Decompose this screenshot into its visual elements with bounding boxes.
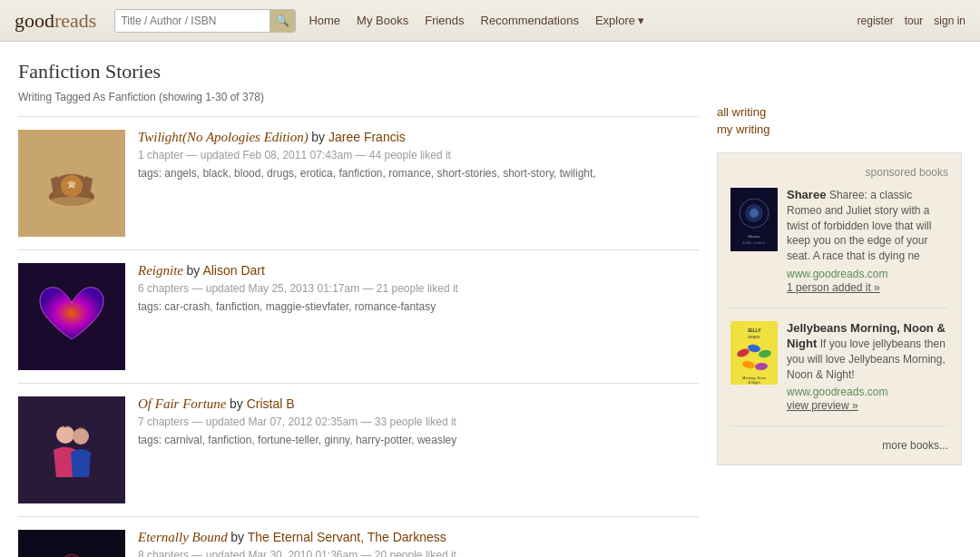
my-writing-link[interactable]: my writing <box>717 122 962 136</box>
explore-label: Explore <box>595 14 635 27</box>
sponsored-label: sponsored books <box>730 166 948 179</box>
story-meta-reignite: 6 chapters — updated May 25, 2013 01:17a… <box>138 282 699 295</box>
story-tags-twilight: tags: angels, black, blood, drugs, eroti… <box>138 167 699 180</box>
story-info-eternal: Eternally Bound by The Eternal Servant, … <box>138 530 699 557</box>
sponsored-action-jellybeans[interactable]: view preview » <box>787 399 858 412</box>
nav-links: Home My Books Friends Recommendations Ex… <box>309 14 844 27</box>
story-info-reignite: Reignite by Alison Dart 6 chapters — upd… <box>138 263 699 370</box>
story-info-fortune: Of Fair Fortune by Cristal B 7 chapters … <box>138 396 699 503</box>
story-author-reignite: by Alison Dart <box>186 263 264 278</box>
story-author-twilight: by Jaree Francis <box>311 130 406 144</box>
sponsored-info-sharee: Sharee Sharee: a classic Romeo and Julie… <box>787 188 948 295</box>
story-title-eternal[interactable]: Eternally Bound <box>138 530 228 544</box>
story-item: Reignite by Alison Dart 6 chapters — upd… <box>18 249 699 383</box>
sign-in-link[interactable]: sign in <box>934 15 965 27</box>
show-no-mercy-icon: SHOW NO MERCY <box>31 542 113 557</box>
logo-reads-text: reads <box>54 9 96 33</box>
story-author-name-eternal[interactable]: The Eternal Servant, The Darkness <box>248 530 446 544</box>
tour-link[interactable]: tour <box>905 15 924 27</box>
main-content: Fanfiction Stories Writing Tagged As Fan… <box>0 42 980 557</box>
sponsored-info-jellybeans: Jellybeans Morning, Noon & Night If you … <box>787 321 948 413</box>
header: goodreads 🔍 Home My Books Friends Recomm… <box>0 0 980 42</box>
page-subtitle: Writing Tagged As Fanfiction (showing 1-… <box>18 91 699 103</box>
header-right: register tour sign in <box>858 15 965 27</box>
nav-explore[interactable]: Explore ▾ <box>595 14 644 27</box>
left-content: Fanfiction Stories Writing Tagged As Fan… <box>18 60 699 557</box>
nav-my-books[interactable]: My Books <box>357 14 408 27</box>
story-item: SHOW NO MERCY Eternally Bound by The Ete… <box>18 516 699 557</box>
svg-point-4 <box>56 425 74 444</box>
search-input[interactable] <box>115 15 270 27</box>
nav-home[interactable]: Home <box>309 14 340 27</box>
sponsored-book-jellybeans: JELLY BEANS Morning, Noon & Night Jellyb… <box>730 321 948 426</box>
logo-good-text: good <box>15 9 54 33</box>
jellybeans-book-cover: JELLY BEANS Morning, Noon & Night <box>730 321 778 385</box>
svg-text:& Night: & Night <box>748 380 760 385</box>
story-info-twilight: Twilight(No Apologies Edition) by Jaree … <box>138 130 699 237</box>
sponsored-book-sharee: Sharee R.dWe. Cordin Jr. Sharee Sharee: … <box>730 188 948 308</box>
story-title-reignite[interactable]: Reignite <box>138 263 183 278</box>
search-button[interactable]: 🔍 <box>270 10 295 32</box>
right-sidebar: all writing my writing sponsored books S… <box>699 60 962 557</box>
story-title-twilight[interactable]: Twilight(No Apologies Edition) <box>138 130 309 144</box>
sponsored-title-sharee[interactable]: Sharee <box>787 188 826 201</box>
coffee-cup-icon <box>40 151 103 215</box>
story-cover-twilight <box>18 130 125 237</box>
sponsored-url-jellybeans[interactable]: www.goodreads.com <box>787 386 948 398</box>
nav-recommendations[interactable]: Recommendations <box>481 14 579 27</box>
story-tags-fortune: tags: carnival, fanfiction, fortune-tell… <box>138 434 699 446</box>
story-author-name-fortune[interactable]: Cristal B <box>247 396 295 411</box>
story-tags-reignite: tags: car-crash, fanfiction, maggie-stie… <box>138 300 699 313</box>
story-meta-fortune: 7 chapters — updated Mar 07, 2012 02:35a… <box>138 415 699 428</box>
page-title: Fanfiction Stories <box>18 60 699 83</box>
svg-point-12 <box>750 209 759 218</box>
svg-text:JELLY: JELLY <box>747 327 761 333</box>
svg-text:Sharee: Sharee <box>748 234 760 239</box>
register-link[interactable]: register <box>858 15 894 27</box>
svg-point-2 <box>46 197 97 208</box>
story-title-fortune[interactable]: Of Fair Fortune <box>138 396 227 411</box>
explore-arrow-icon: ▾ <box>638 14 644 27</box>
story-author-fortune: by Cristal B <box>230 396 295 411</box>
story-item: Of Fair Fortune by Cristal B 7 chapters … <box>18 383 699 516</box>
story-author-name-twilight[interactable]: Jaree Francis <box>328 130 406 144</box>
story-meta-eternal: 8 chapters — updated Mar 30, 2010 01:36a… <box>138 549 699 557</box>
story-author-eternal: by The Eternal Servant, The Darkness <box>230 530 446 544</box>
story-meta-twilight: 1 chapter — updated Feb 08, 2011 07:43am… <box>138 149 699 161</box>
story-author-name-reignite[interactable]: Alison Dart <box>202 263 264 278</box>
writing-links: all writing my writing <box>717 105 962 136</box>
svg-text:R.dWe. Cordin Jr.: R.dWe. Cordin Jr. <box>742 241 765 245</box>
anime-couple-icon <box>31 409 113 491</box>
logo[interactable]: goodreads <box>15 9 96 33</box>
story-cover-reignite <box>18 263 125 370</box>
sponsored-cover-jellybeans[interactable]: JELLY BEANS Morning, Noon & Night <box>730 321 778 385</box>
story-cover-eternal: SHOW NO MERCY <box>18 530 125 557</box>
more-books-link[interactable]: more books... <box>730 439 948 452</box>
story-item: Twilight(No Apologies Edition) by Jaree … <box>18 116 699 249</box>
sponsored-cover-sharee[interactable]: Sharee R.dWe. Cordin Jr. <box>730 188 778 251</box>
nav-friends[interactable]: Friends <box>425 14 464 27</box>
all-writing-link[interactable]: all writing <box>717 105 962 119</box>
sponsored-action-sharee[interactable]: 1 person added it » <box>787 281 880 294</box>
heart-flame-icon <box>31 276 113 357</box>
story-cover-fortune <box>18 396 125 503</box>
search-box: 🔍 <box>114 9 296 33</box>
sponsored-url-sharee[interactable]: www.goodreads.com <box>787 268 948 280</box>
sponsored-box: sponsored books Sharee R.dWe. Cordin Jr.… <box>717 152 962 465</box>
search-icon: 🔍 <box>276 15 289 27</box>
sharee-book-cover: Sharee R.dWe. Cordin Jr. <box>730 188 778 251</box>
svg-text:BEANS: BEANS <box>748 335 760 339</box>
svg-point-5 <box>73 428 89 445</box>
